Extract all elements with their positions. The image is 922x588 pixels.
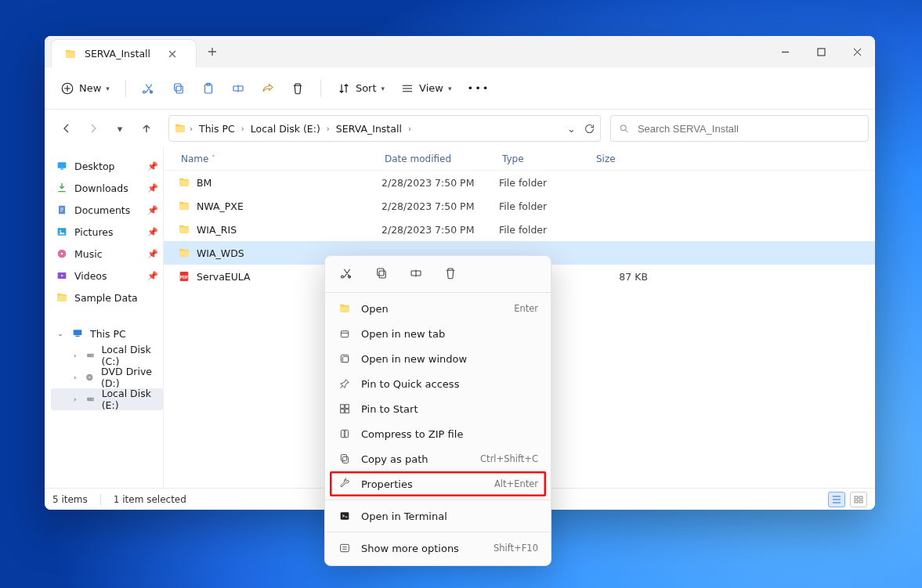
pin-icon: 📌 — [147, 183, 158, 193]
copy-path-icon — [338, 452, 352, 466]
ctx-open-terminal[interactable]: Open in Terminal — [330, 503, 546, 528]
search-input[interactable] — [636, 122, 860, 135]
sort-label: Sort — [356, 82, 377, 94]
breadcrumb-this-pc[interactable]: This PC — [196, 121, 238, 136]
ctx-pin-quick-access[interactable]: Pin to Quick access — [330, 371, 546, 396]
svg-rect-36 — [855, 500, 858, 503]
file-name: BM — [197, 177, 212, 189]
sidebar-item-sample-data[interactable]: Sample Data — [51, 287, 163, 308]
col-size[interactable]: Size — [596, 153, 659, 164]
breadcrumb-sep: › — [241, 124, 244, 133]
close-icon — [853, 48, 862, 56]
share-button[interactable] — [255, 75, 281, 102]
close-icon — [168, 50, 176, 58]
maximize-button[interactable] — [803, 36, 839, 67]
ctx-open[interactable]: OpenEnter — [330, 296, 546, 321]
tab-close-button[interactable] — [165, 46, 180, 62]
breadcrumb-sep: › — [408, 124, 411, 133]
chevron-down-icon: ▾ — [381, 85, 385, 92]
delete-button[interactable] — [284, 75, 311, 102]
sort-icon — [337, 81, 351, 96]
sidebar-item-label: Music — [74, 248, 103, 260]
context-action-row — [330, 261, 546, 289]
terminal-icon — [338, 509, 352, 523]
sidebar-item-videos[interactable]: Videos📌 — [51, 265, 163, 287]
ctx-properties[interactable]: PropertiesAlt+Enter — [330, 471, 546, 496]
paste-button[interactable] — [195, 75, 222, 102]
more-options-icon — [338, 541, 352, 555]
address-bar[interactable]: › This PC › Local Disk (E:) › SERVA_Inst… — [168, 115, 601, 142]
ctx-copy-path[interactable]: Copy as pathCtrl+Shift+C — [330, 446, 546, 471]
cut-button[interactable] — [136, 75, 162, 102]
file-date: 2/28/2023 7:50 PM — [381, 177, 499, 189]
sidebar-item-desktop[interactable]: Desktop📌 — [51, 155, 163, 177]
address-dropdown[interactable]: ⌄ — [567, 123, 576, 135]
sidebar-item-downloads[interactable]: Downloads📌 — [51, 177, 163, 199]
col-type[interactable]: Type — [502, 153, 596, 164]
ctx-open-new-window[interactable]: Open in new window — [330, 346, 546, 371]
sidebar-drive[interactable]: ›DVD Drive (D:) — [51, 366, 163, 388]
cut-icon — [340, 266, 354, 280]
folder-icon — [178, 200, 190, 212]
file-name: NWA_PXE — [197, 200, 244, 212]
file-type: File folder — [499, 200, 593, 212]
sidebar-this-pc[interactable]: ⌄This PC — [51, 323, 163, 345]
chevron-down-icon: ▾ — [448, 85, 452, 92]
ctx-pin-start[interactable]: Pin to Start — [330, 396, 546, 421]
sidebar-item-music[interactable]: Music📌 — [51, 243, 163, 265]
more-button[interactable]: ••• — [461, 75, 496, 102]
sidebar-item-label: Documents — [74, 204, 130, 216]
copy-icon — [374, 266, 389, 280]
sidebar-item-label: Local Disk (C:) — [102, 344, 158, 367]
details-view-button[interactable] — [828, 492, 845, 507]
ctx-open-new-tab[interactable]: Open in new tab — [330, 321, 546, 346]
sidebar-item-documents[interactable]: Documents📌 — [51, 199, 163, 221]
new-button[interactable]: New ▾ — [54, 75, 116, 102]
ctx-rename-button[interactable] — [407, 264, 425, 283]
ctx-cut-button[interactable] — [338, 264, 356, 283]
file-row[interactable]: BM2/28/2023 7:50 PMFile folder — [164, 171, 875, 194]
ctx-delete-button[interactable] — [441, 264, 460, 283]
recent-button[interactable]: ▾ — [107, 116, 132, 141]
refresh-button[interactable] — [584, 123, 595, 135]
icons-view-button[interactable] — [850, 492, 867, 507]
back-button[interactable] — [54, 116, 79, 141]
new-tab-button[interactable] — [197, 36, 228, 67]
download-icon — [56, 182, 68, 194]
tab-active[interactable]: SERVA_Install — [51, 39, 197, 67]
breadcrumb-folder[interactable]: SERVA_Install — [333, 121, 405, 136]
new-icon — [60, 81, 74, 96]
chevron-down-icon: ⌄ — [56, 330, 65, 337]
sidebar: Desktop📌Downloads📌Documents📌Pictures📌Mus… — [45, 147, 164, 488]
file-row[interactable]: NWA_PXE2/28/2023 7:50 PMFile folder — [164, 194, 875, 218]
ctx-show-more[interactable]: Show more optionsShift+F10 — [330, 536, 546, 561]
view-button[interactable]: View ▾ — [394, 75, 457, 102]
chevron-right-icon: › — [71, 373, 78, 381]
pin-icon: 📌 — [147, 249, 158, 259]
column-headers: Name ˄ Date modified Type Size — [164, 147, 875, 171]
pin-icon: 📌 — [147, 161, 158, 171]
file-row[interactable]: WIA_RIS2/28/2023 7:50 PMFile folder — [164, 218, 875, 241]
minimize-button[interactable] — [767, 36, 803, 67]
pin-icon — [338, 377, 352, 391]
copy-button[interactable] — [165, 75, 192, 102]
col-date[interactable]: Date modified — [385, 153, 502, 164]
close-button[interactable] — [839, 36, 875, 67]
search-box[interactable] — [610, 115, 869, 142]
folder-icon — [56, 291, 68, 304]
ctx-copy-button[interactable] — [372, 264, 391, 283]
col-name[interactable]: Name ˄ — [181, 153, 385, 164]
forward-button[interactable] — [81, 116, 106, 141]
breadcrumb-drive[interactable]: Local Disk (E:) — [248, 121, 324, 136]
rename-button[interactable] — [225, 75, 251, 102]
up-button[interactable] — [134, 116, 159, 141]
arrow-left-icon — [61, 123, 72, 134]
ctx-compress-zip[interactable]: Compress to ZIP file — [330, 421, 546, 446]
cut-icon — [142, 81, 156, 96]
sidebar-drive[interactable]: ›Local Disk (C:) — [51, 345, 163, 366]
sidebar-item-pictures[interactable]: Pictures📌 — [51, 221, 163, 243]
sort-button[interactable]: Sort ▾ — [331, 75, 391, 102]
sidebar-drive[interactable]: ›Local Disk (E:) — [51, 388, 163, 410]
start-icon — [338, 402, 352, 416]
file-name: WIA_WDS — [197, 247, 244, 259]
